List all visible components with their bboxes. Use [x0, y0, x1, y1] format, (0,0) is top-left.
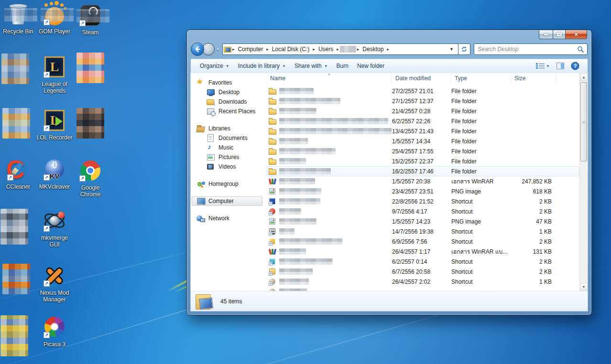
file-row[interactable]: 27/2/2557 21:01File folder: [267, 86, 579, 96]
back-button[interactable]: [191, 43, 204, 56]
breadcrumb-dropdown-icon[interactable]: ▼: [446, 44, 457, 54]
type-cell: PNG image: [451, 188, 511, 195]
file-row[interactable]: ↗22/8/2556 21:52Shortcut2 KB: [267, 196, 579, 206]
scroll-up-icon[interactable]: ▲: [580, 73, 588, 81]
file-row[interactable]: 21/4/2557 0:28File folder: [267, 106, 579, 116]
folder-icon: [269, 138, 276, 145]
file-row[interactable]: 25/4/2557 17:55File folder: [267, 146, 579, 156]
desktop-icon-blurred[interactable]: [0, 315, 33, 356]
desktop-icon-steam[interactable]: ↗Steam: [72, 4, 109, 36]
blur-icon: [76, 53, 104, 83]
file-row[interactable]: 23/4/2557 23:51PNG image618 KB: [267, 186, 579, 196]
close-button[interactable]: +: [566, 30, 587, 39]
file-row[interactable]: ↗6/2/2557 0:14Shortcut2 KB: [267, 257, 579, 267]
column-header-type[interactable]: Type: [451, 73, 511, 84]
file-row[interactable]: 6/2/2557 22:26File folder: [267, 116, 579, 126]
sidebar-item-documents[interactable]: Documents: [191, 133, 266, 143]
minimize-button[interactable]: [539, 30, 553, 39]
toolbar-button-new-folder[interactable]: New folder: [353, 61, 389, 71]
desktop-icon-mkvcleaver[interactable]: {}KV↗MKVcleaver: [36, 158, 73, 190]
sidebar-item-favorites[interactable]: Favorites: [191, 78, 266, 87]
size-cell: 131 KB: [511, 248, 556, 255]
breadcrumb-separator-icon: ▸: [386, 47, 390, 52]
mkvcleaver-icon: {}KV↗: [43, 158, 66, 181]
file-row[interactable]: 16/2/2557 17:46File folder: [267, 166, 579, 176]
homegroup-icon: [196, 180, 205, 188]
scrollbar-thumb[interactable]: [580, 82, 587, 161]
desktop-icon-mkvmerge-gui[interactable]: ↗mkvmerge GUI: [36, 209, 73, 248]
file-row[interactable]: 27/1/2557 12:37File folder: [267, 96, 579, 106]
sidebar-item-computer[interactable]: Computer: [192, 196, 262, 206]
desktop-icon-gom-player[interactable]: ↗GOM Player: [36, 3, 73, 35]
file-name-cell: [267, 148, 392, 155]
maximize-button[interactable]: [553, 30, 566, 39]
desktop-icon-blurred[interactable]: [0, 108, 34, 139]
breadcrumb-item-computer[interactable]: Computer: [235, 44, 265, 54]
desktop-icon-blurred[interactable]: [0, 54, 33, 84]
file-row[interactable]: 1/5/2557 14:34File folder: [267, 136, 579, 146]
desktop-icon-ccleaner[interactable]: C↗CCleaner: [0, 158, 36, 190]
sidebar-item-recent-places[interactable]: Recent Places: [191, 107, 266, 116]
refresh-button[interactable]: [458, 43, 470, 55]
file-row[interactable]: ↗26/4/2557 2:02Shortcut1 KB: [267, 277, 579, 287]
file-row[interactable]: ↗9/7/2556 4:17Shortcut2 KB: [267, 206, 579, 216]
desktop-icon-blurred[interactable]: [0, 209, 33, 245]
recent-pages-dropdown[interactable]: ▼: [215, 47, 222, 52]
column-header-size[interactable]: Size: [511, 73, 556, 84]
file-row[interactable]: ↗: [267, 287, 579, 291]
desktop-icon-lol-recorder[interactable]: L↗LOL Recorder: [36, 109, 73, 141]
sidebar-item-videos[interactable]: Videos: [191, 162, 266, 171]
scroll-down-icon[interactable]: ▼: [580, 283, 588, 291]
file-row[interactable]: 13/4/2557 21:43File folder: [267, 126, 579, 136]
sidebar-item-homegroup[interactable]: Homegroup: [191, 179, 266, 189]
file-row[interactable]: ↗6/9/2556 7:56Shortcut2 KB: [267, 236, 579, 246]
desktop-icon-blurred[interactable]: [72, 53, 109, 83]
file-row[interactable]: 1/5/2557 20:38เอกสาร WinRAR247,852 KB: [267, 176, 579, 186]
search-input[interactable]: [478, 46, 577, 53]
sidebar-item-label: Downloads: [218, 98, 247, 105]
breadcrumb-separator-icon: ▸: [356, 47, 360, 52]
search-icon[interactable]: [577, 46, 584, 53]
column-header-name[interactable]: Name▲: [267, 73, 392, 84]
desktop-icon-google-chrome[interactable]: ↗Google Chrome: [72, 159, 109, 198]
sidebar-item-network[interactable]: Network: [191, 214, 266, 223]
file-name-blurred: [279, 218, 316, 225]
back-icon: [194, 45, 201, 53]
breadcrumb-item-users[interactable]: Users: [316, 44, 336, 54]
desktop-icon-label: League of Legends: [36, 81, 73, 94]
file-name-cell: ↗: [267, 258, 392, 266]
sidebar-item-libraries[interactable]: Libraries: [191, 124, 266, 133]
file-row[interactable]: ↗6/7/2556 20:58Shortcut2 KB: [267, 267, 579, 277]
sidebar-item-desktop[interactable]: Desktop: [191, 87, 266, 97]
file-row[interactable]: ↗14/7/2556 19:38Shortcut1 KB: [267, 226, 579, 236]
desktop-icon-recycle-bin[interactable]: Recycle Bin: [0, 3, 36, 35]
desktop-icon-nexus-mod-manager[interactable]: ↗Nexus Mod Manager: [36, 264, 73, 303]
shortcut-overlay-icon: ↗: [44, 332, 50, 338]
vertical-scrollbar[interactable]: ▲ ▼: [579, 73, 588, 291]
sidebar-item-downloads[interactable]: Downloads: [191, 97, 266, 107]
preview-pane-button[interactable]: [553, 63, 567, 69]
desktop-icon-league-of-legends[interactable]: L↗League of Legends: [36, 55, 73, 94]
folder-icon: [269, 97, 276, 105]
column-header-date-modified[interactable]: Date modified: [392, 73, 451, 84]
toolbar-button-include-in-library[interactable]: Include in library▼: [234, 61, 290, 71]
lolrec-icon: L↗: [43, 109, 66, 132]
breadcrumb[interactable]: ▸Computer▸Local Disk (C:)▸Users▸▸Desktop…: [222, 43, 458, 55]
type-cell: Shortcut: [451, 228, 511, 235]
sidebar-item-pictures[interactable]: Pictures: [191, 152, 266, 162]
sidebar-item-label: Desktop: [218, 89, 240, 96]
help-button[interactable]: ?: [567, 62, 583, 70]
sidebar-item-music[interactable]: Music: [191, 143, 266, 152]
desktop-icon-picasa-3[interactable]: ↗Picasa 3: [36, 316, 73, 348]
desktop-icon-blurred[interactable]: [72, 108, 109, 139]
breadcrumb-item-local-disk-c[interactable]: Local Disk (C:): [270, 44, 312, 54]
toolbar-button-organize[interactable]: Organize▼: [196, 61, 234, 71]
desktop-icon-blurred[interactable]: [0, 264, 34, 294]
file-row[interactable]: 15/2/2557 22:37File folder: [267, 156, 579, 166]
toolbar-button-share-with[interactable]: Share with▼: [290, 61, 332, 71]
toolbar-button-burn[interactable]: Burn: [332, 61, 353, 71]
file-row[interactable]: 26/4/2557 1:17เอกสาร WinRAR แบ...131 KB: [267, 246, 579, 257]
views-button[interactable]: ▼: [532, 63, 553, 69]
breadcrumb-item-desktop[interactable]: Desktop: [360, 44, 386, 54]
file-row[interactable]: 1/5/2557 14:23PNG image47 KB: [267, 216, 579, 226]
